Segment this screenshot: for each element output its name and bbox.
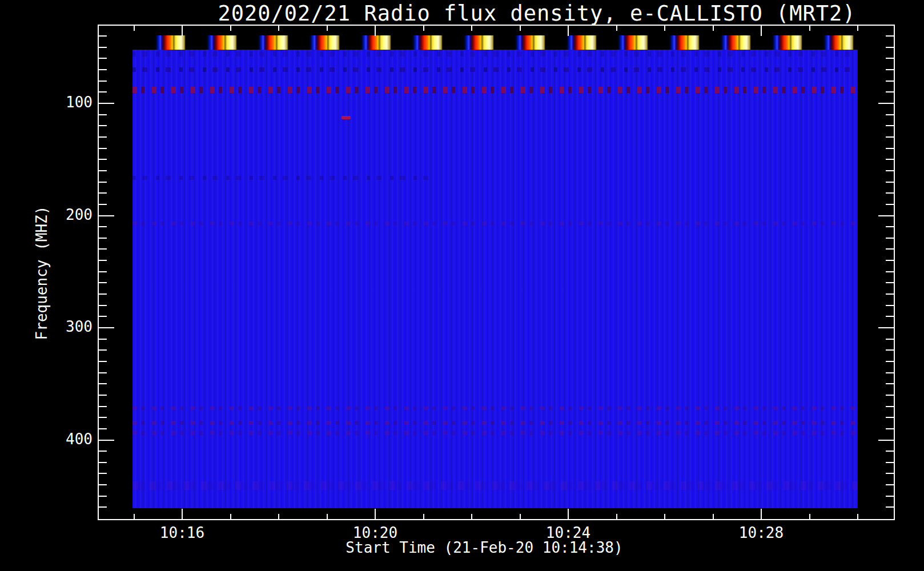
y-minor-tick-right [886, 69, 894, 70]
y-minor-tick-right [886, 271, 894, 272]
y-minor-tick [99, 159, 107, 160]
y-minor-tick-right [886, 58, 894, 59]
x-minor-tick-top [664, 26, 665, 31]
x-minor-tick [230, 514, 231, 519]
y-minor-tick [99, 114, 107, 115]
x-minor-tick-top [134, 26, 135, 31]
y-minor-tick [99, 282, 107, 283]
x-minor-tick-top [520, 26, 521, 31]
y-major-tick [99, 327, 114, 328]
x-axis-label: Start Time (21-Feb-20 10:14:38) [256, 539, 713, 556]
y-minor-tick [99, 35, 107, 37]
y-minor-tick [99, 125, 107, 126]
y-minor-tick [99, 372, 107, 373]
x-major-tick-top [568, 26, 569, 36]
y-minor-tick-right [886, 35, 894, 37]
x-minor-tick [857, 514, 858, 519]
y-minor-tick [99, 260, 107, 261]
y-minor-tick [99, 170, 107, 171]
y-minor-tick [99, 383, 107, 384]
y-minor-tick-right [886, 484, 894, 485]
y-minor-tick-right [886, 81, 894, 82]
x-tick-label: 10:16 [134, 524, 231, 541]
y-major-tick [99, 215, 114, 216]
y-minor-tick [99, 238, 107, 239]
y-minor-tick [99, 271, 107, 272]
y-minor-tick-right [886, 192, 894, 194]
y-minor-tick-right [886, 406, 894, 407]
x-major-tick [375, 509, 376, 519]
y-minor-tick [99, 316, 107, 317]
y-minor-tick-right [886, 395, 894, 396]
y-major-tick-right [878, 103, 894, 104]
y-minor-tick-right [886, 91, 894, 93]
x-minor-tick-top [327, 26, 328, 31]
y-major-tick-right [878, 440, 894, 441]
y-tick-label: 300 [33, 318, 93, 335]
y-minor-tick-right [886, 114, 894, 115]
y-minor-tick-right [886, 125, 894, 126]
y-minor-tick-right [886, 339, 894, 340]
y-minor-tick [99, 226, 107, 227]
x-major-tick [568, 509, 569, 519]
y-minor-tick-right [886, 282, 894, 283]
y-minor-tick-right [886, 506, 894, 508]
y-major-tick [99, 103, 114, 104]
y-tick-label: 400 [33, 431, 93, 448]
x-major-tick [761, 509, 762, 519]
y-minor-tick [99, 406, 107, 407]
y-minor-tick [99, 192, 107, 194]
y-minor-tick-right [886, 383, 894, 384]
x-minor-tick-top [857, 26, 858, 31]
x-minor-tick [809, 514, 810, 519]
y-minor-tick-right [886, 182, 894, 183]
x-minor-tick [713, 514, 714, 519]
x-tick-label: 10:24 [520, 524, 617, 541]
y-minor-tick-right [886, 47, 894, 48]
y-minor-tick-right [886, 462, 894, 463]
y-minor-tick [99, 182, 107, 183]
y-minor-tick [99, 136, 107, 138]
y-minor-tick-right [886, 305, 894, 306]
y-minor-tick [99, 395, 107, 396]
y-tick-label: 100 [33, 94, 93, 111]
plot-frame [98, 25, 895, 520]
x-major-tick-top [375, 26, 376, 36]
y-minor-tick [99, 428, 107, 429]
y-minor-tick [99, 91, 107, 93]
y-minor-tick-right [886, 451, 894, 452]
x-major-tick [182, 509, 183, 519]
y-minor-tick [99, 506, 107, 508]
y-minor-tick-right [886, 238, 894, 239]
y-tick-label: 200 [33, 206, 93, 223]
y-minor-tick [99, 305, 107, 306]
y-minor-tick-right [886, 170, 894, 171]
y-minor-tick-right [886, 428, 894, 429]
y-minor-tick [99, 451, 107, 452]
x-minor-tick [616, 514, 617, 519]
x-minor-tick-top [809, 26, 810, 31]
y-minor-tick-right [886, 148, 894, 149]
y-minor-tick [99, 473, 107, 474]
y-minor-tick [99, 81, 107, 82]
y-minor-tick-right [886, 226, 894, 227]
x-minor-tick [664, 514, 665, 519]
x-minor-tick [423, 514, 424, 519]
x-tick-label: 10:20 [327, 524, 424, 541]
x-minor-tick-top [471, 26, 472, 31]
y-minor-tick [99, 417, 107, 418]
y-minor-tick [99, 293, 107, 295]
x-tick-label: 10:28 [713, 524, 810, 541]
y-minor-tick-right [886, 159, 894, 160]
y-minor-tick-right [886, 496, 894, 497]
y-minor-tick-right [886, 293, 894, 295]
y-major-tick-right [878, 327, 894, 328]
y-minor-tick [99, 47, 107, 48]
spectrogram-figure: 2020/02/21 Radio flux density, e-CALLIST… [0, 0, 924, 571]
x-minor-tick-top [616, 26, 617, 31]
x-minor-tick-top [278, 26, 279, 31]
y-minor-tick [99, 484, 107, 485]
y-minor-tick [99, 148, 107, 149]
chart-title: 2020/02/21 Radio flux density, e-CALLIST… [194, 1, 879, 26]
x-minor-tick [520, 514, 521, 519]
